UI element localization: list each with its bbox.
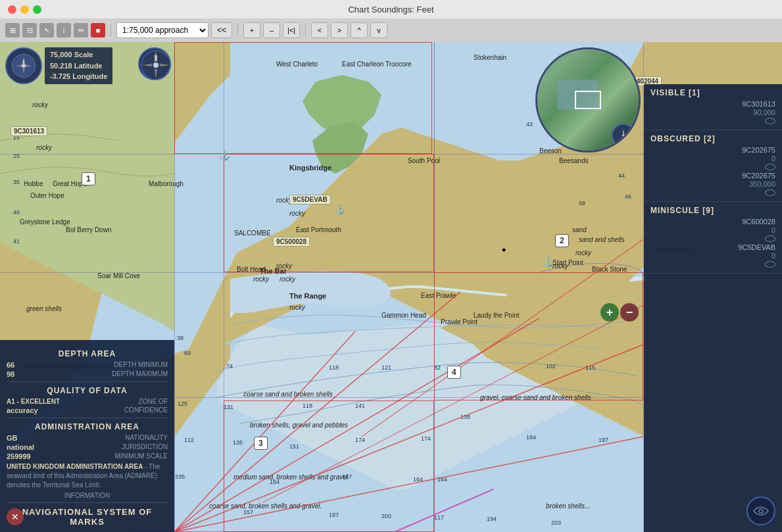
confidence-label: confidence [124,406,168,414]
toolbar: ⊞ ⊟ ↖ i ✏ ■ 1:75,000 approach << + – |<|… [0,18,782,42]
separator2 [237,24,238,37]
info-label-row: information [7,492,168,499]
divider3 [7,502,168,503]
depth-138: 138 [460,414,470,420]
accuracy-value: accuracy [7,406,38,414]
svg-marker-18 [142,64,153,66]
obscured-item1-id: 9C202675 [650,146,775,154]
admin-title: Administration Area [7,422,168,431]
depth-194: 194 [487,516,497,522]
seabed-label-rocky-7: rocky [280,276,295,283]
visible-title: Visible [1] [650,88,775,97]
depth-74: 74 [226,363,233,370]
eye-icon-miniscule-2[interactable] [765,261,775,268]
maximize-window-button[interactable] [33,5,41,14]
jurisdiction-label: jurisdiction [122,443,168,451]
close-panel-button[interactable]: ✕ [7,508,24,525]
svg-marker-17 [155,68,157,79]
miniscule-title: Miniscule [9] [650,206,775,215]
separator3 [305,24,306,37]
miniscule-item2-id: 9C5DEVAB [650,243,775,251]
map-marker-3: 3 [254,437,268,450]
pan-up-button[interactable]: ^ [351,22,368,38]
zoom-out-map-button[interactable]: − [620,303,639,322]
quality-label: zone of [139,398,168,405]
eye-icon-miniscule-1[interactable] [765,235,775,242]
depth-125: 125 [178,400,187,407]
divider2 [7,418,168,418]
visible-eye-row [650,118,775,124]
svg-marker-22 [623,129,624,134]
grid-icon[interactable]: ⊞ [5,23,20,37]
miniscule-item2-value: 0 [650,252,775,260]
zoom-in-map-button[interactable]: + [600,303,619,322]
window-controls[interactable] [8,5,41,14]
place-label-outer-hope: Outer Hope [30,192,64,199]
compass-rose[interactable] [5,47,42,84]
depth-197: 197 [599,437,608,443]
pan-right-button[interactable]: > [331,22,348,38]
pencil-icon[interactable]: ✏ [74,23,88,37]
zoom-in-button[interactable]: + [243,22,260,38]
seabed-label-coarse-sand-2: coarse sand and broken shells [243,391,333,398]
danger-marker: ⬥ [501,243,506,254]
miniscule-item1-value: 0 [650,226,775,234]
eye-icon-main [753,506,769,516]
obscured-item2-id: 9C202675 [650,172,775,180]
visible-section: Visible [1] 9C301613 90,000 [644,84,782,130]
window-title: Chart Soundings: Feet [348,5,433,14]
eye-icon-obscured-1[interactable] [765,164,775,170]
depth-area-title: Depth Area [7,349,168,358]
layers-icon[interactable]: ⊟ [22,23,37,37]
pan-left-button[interactable]: < [311,22,328,38]
quality-value: A1 - EXCELLENT [7,398,60,405]
pan-reset-button[interactable]: |<| [283,22,300,38]
place-label-soar-mill-cove: Soar Mill Cove [97,272,140,279]
obscured-item1-value: 0 [650,155,775,162]
eye-icon-obscured-2[interactable] [765,189,775,196]
visible-item-id: 9C301613 [650,100,775,108]
min-scale-label: minimum scale [114,452,168,460]
map-area[interactable]: West Charleto East Charleon Troocore Sto… [0,42,782,532]
buoy-marker-2: ⚓ [334,204,345,214]
scale-value: 75,000 Scale [50,49,107,60]
red-square-icon[interactable]: ■ [91,23,105,37]
depth-min-label: depth minimum [114,361,168,369]
depth-164-3: 164 [437,476,447,483]
svg-marker-23 [623,137,624,142]
minimap[interactable] [535,47,641,153]
eye-view-button[interactable] [746,496,775,525]
pan-down-button[interactable]: v [370,22,387,38]
svg-marker-12 [16,64,22,67]
eye-icon-visible[interactable] [765,118,775,124]
close-window-button[interactable] [8,5,16,14]
depth-203: 203 [551,520,561,526]
minimize-window-button[interactable] [20,5,29,14]
info-icon[interactable]: i [57,23,71,37]
compass-rose-2[interactable]: N [138,47,171,80]
zoom-out-button[interactable]: – [263,22,280,38]
seabed-label-rocky-9: rocky [552,262,568,270]
seabed-label-green-shells: green shells [26,305,62,312]
place-label-malborough: Malborough [149,180,183,187]
svg-marker-13 [25,64,32,67]
compass-inner [12,54,36,78]
place-label-hobble: Hobbe [24,180,43,187]
place-label-beesands: Beesands [559,157,588,164]
chart-cell-3 [224,400,434,532]
nav-start-button[interactable]: << [211,22,232,38]
depth-41-1: 41 [13,238,20,245]
depth-112: 112 [184,437,194,443]
depth-335: 335 [175,473,185,480]
chart-cell-id-9c301613: 9C301613 [11,126,47,136]
quality-row1: A1 - EXCELLENT zone of [7,398,168,405]
scale-select[interactable]: 1:75,000 approach [116,22,208,38]
obscured-title: Obscured [2] [650,134,775,143]
place-label-the-range: The Range [289,292,326,300]
chart-cell-id-9c500028: 9C500028 [273,237,310,247]
seabed-label-rocky-10: rocky [575,249,591,256]
longitude-value: -3.725 Longitude [50,71,107,82]
minimap-viewport [575,91,601,109]
depth-max-value: 98 [7,370,14,378]
cursor-icon[interactable]: ↖ [39,23,54,37]
